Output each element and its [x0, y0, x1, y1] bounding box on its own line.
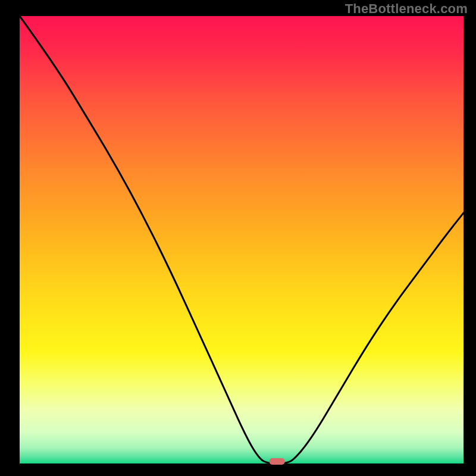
chart-svg [0, 0, 476, 476]
optimal-marker [270, 458, 285, 465]
plot-background [20, 16, 464, 464]
watermark-text: TheBottleneck.com [345, 1, 468, 17]
bottleneck-chart: TheBottleneck.com [0, 0, 476, 476]
